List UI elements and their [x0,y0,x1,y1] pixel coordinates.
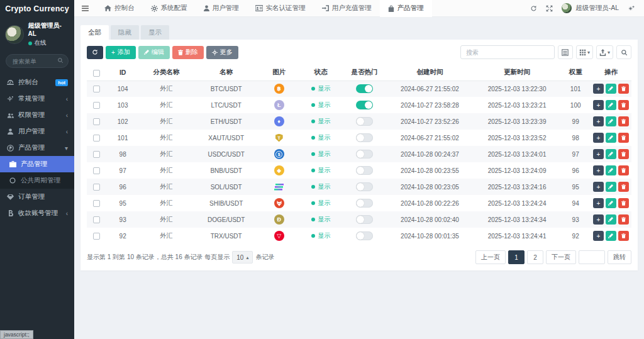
row-add-button[interactable]: + [593,165,604,175]
col-updated[interactable]: 更新时间 [474,65,561,81]
row-checkbox[interactable] [93,184,100,191]
hot-toggle[interactable] [356,150,373,158]
row-checkbox[interactable] [93,216,100,223]
row-add-button[interactable]: + [593,182,604,192]
row-edit-button[interactable] [606,231,616,241]
row-checkbox[interactable] [93,118,100,125]
row-add-button[interactable]: + [593,84,604,94]
row-checkbox[interactable] [93,86,100,92]
row-edit-button[interactable] [606,182,616,192]
tab-visible[interactable]: 显示 [141,25,169,40]
sidebar-item-控制台[interactable]: 控制台hot [0,74,74,91]
sidebar-item-产品管理[interactable]: 产品管理▾ [0,140,74,156]
col-hot[interactable]: 是否热门 [343,65,386,81]
tab-hidden[interactable]: 隐藏 [111,25,139,40]
sidebar-item-常规管理[interactable]: 常规管理‹ [0,91,74,107]
settings-gears-icon[interactable] [628,5,635,12]
row-delete-button[interactable] [618,133,629,143]
col-id[interactable]: ID [106,65,139,81]
hot-toggle[interactable] [356,199,373,208]
tab-all[interactable]: 全部 [80,25,109,40]
row-edit-button[interactable] [606,149,616,159]
row-checkbox[interactable] [93,233,100,240]
row-edit-button[interactable] [606,214,616,225]
hot-toggle[interactable] [356,117,373,126]
select-all-checkbox[interactable] [93,70,100,77]
page-size-select[interactable]: 10▴ [232,251,253,264]
row-delete-button[interactable] [618,231,629,241]
row-delete-button[interactable] [618,182,629,192]
col-name[interactable]: 名称 [194,65,259,81]
row-checkbox[interactable] [93,151,100,158]
row-checkbox[interactable] [93,200,100,207]
prev-page-button[interactable]: 上一页 [475,250,506,264]
col-weight[interactable]: 权重 [560,65,591,81]
delete-button[interactable]: 删除 [172,46,204,59]
sidebar-item-用户管理[interactable]: 用户管理‹ [0,123,74,140]
sidebar-subitem-公共周期管理[interactable]: 公共周期管理 [0,172,74,189]
row-delete-button[interactable] [618,84,629,94]
search-toggle-icon[interactable] [616,45,631,59]
col-created[interactable]: 创建时间 [386,65,474,81]
row-edit-button[interactable] [606,133,616,143]
toggle-view-icon[interactable] [558,45,573,59]
clear-cache-icon[interactable] [530,5,537,12]
row-edit-button[interactable] [606,84,616,94]
hot-toggle[interactable] [356,133,373,142]
row-add-button[interactable]: + [593,149,604,159]
hot-toggle[interactable] [356,215,373,224]
row-add-button[interactable]: + [593,116,604,126]
row-edit-button[interactable] [606,116,616,126]
hot-toggle[interactable] [356,84,373,93]
row-delete-button[interactable] [618,198,629,208]
row-checkbox[interactable] [93,135,100,142]
hot-toggle[interactable] [356,101,373,109]
row-add-button[interactable]: + [593,198,604,208]
col-status[interactable]: 状态 [299,65,343,81]
add-button[interactable]: +添加 [106,46,136,59]
more-button[interactable]: 更多 [206,46,238,59]
row-checkbox[interactable] [93,102,100,109]
hamburger-icon[interactable] [74,6,96,11]
sidebar-item-收款账号管理[interactable]: 收款账号管理‹ [0,205,74,221]
next-page-button[interactable]: 下一页 [546,250,576,264]
nav-tab-实名认证管理[interactable]: 实名认证管理 [247,0,314,17]
row-add-button[interactable]: + [593,100,604,110]
row-edit-button[interactable] [606,165,616,175]
page-button-2[interactable]: 2 [527,250,543,264]
jump-page-input[interactable] [579,250,605,264]
columns-dropdown-icon[interactable]: ▾ [576,45,593,59]
navbar-user[interactable]: 超级管理员-AL [562,3,619,13]
export-dropdown-icon[interactable]: ▾ [596,45,613,59]
jump-button[interactable]: 跳转 [608,250,631,264]
row-delete-button[interactable] [618,116,629,126]
hot-toggle[interactable] [356,182,373,191]
avatar[interactable] [5,25,24,44]
row-checkbox[interactable] [93,167,100,174]
refresh-button[interactable] [87,46,103,59]
row-delete-button[interactable] [618,165,629,175]
nav-tab-产品管理[interactable]: 产品管理 [380,0,432,17]
col-category[interactable]: 分类名称 [139,65,194,81]
sidebar-subitem-产品管理[interactable]: 产品管理 [0,156,74,172]
row-delete-button[interactable] [618,100,629,110]
row-edit-button[interactable] [606,100,616,110]
hot-toggle[interactable] [356,166,373,175]
hot-toggle[interactable] [356,231,373,240]
table-search-input[interactable] [460,45,555,59]
row-add-button[interactable]: + [593,214,604,225]
nav-tab-用户管理[interactable]: 用户管理 [196,0,247,17]
sidebar-item-权限管理[interactable]: 权限管理‹ [0,107,74,123]
page-button-1[interactable]: 1 [508,250,525,264]
nav-tab-控制台[interactable]: 控制台 [96,0,143,17]
sidebar-item-订单管理[interactable]: 订单管理 [0,189,74,205]
nav-tab-用户充值管理[interactable]: 用户充值管理 [314,0,380,17]
fullscreen-icon[interactable] [546,5,553,12]
row-add-button[interactable]: + [593,133,604,143]
edit-button[interactable]: 编辑 [138,46,170,59]
row-delete-button[interactable] [618,149,629,159]
row-edit-button[interactable] [606,198,616,208]
row-add-button[interactable]: + [593,231,604,241]
nav-tab-系统配置[interactable]: 系统配置 [143,0,196,17]
row-delete-button[interactable] [618,214,629,225]
